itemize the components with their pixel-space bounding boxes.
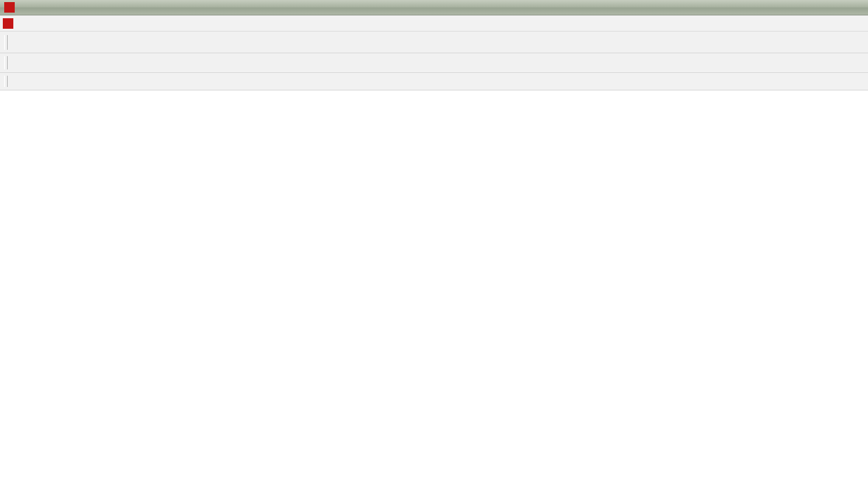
title-bar: [0, 0, 868, 15]
app-logo-icon: [4, 2, 15, 13]
toolbar-grip[interactable]: [4, 56, 8, 69]
navigation-toolbar: [0, 53, 868, 73]
menu-bar: [0, 15, 868, 32]
menu-logo-icon: [3, 18, 13, 29]
toolbar-grip[interactable]: [4, 35, 8, 50]
drawing-toolbar: [0, 73, 868, 90]
main-toolbar: [0, 32, 868, 53]
toolbar-grip[interactable]: [4, 76, 8, 88]
kline-chart-canvas[interactable]: [0, 90, 868, 479]
chart-area[interactable]: [0, 90, 868, 479]
